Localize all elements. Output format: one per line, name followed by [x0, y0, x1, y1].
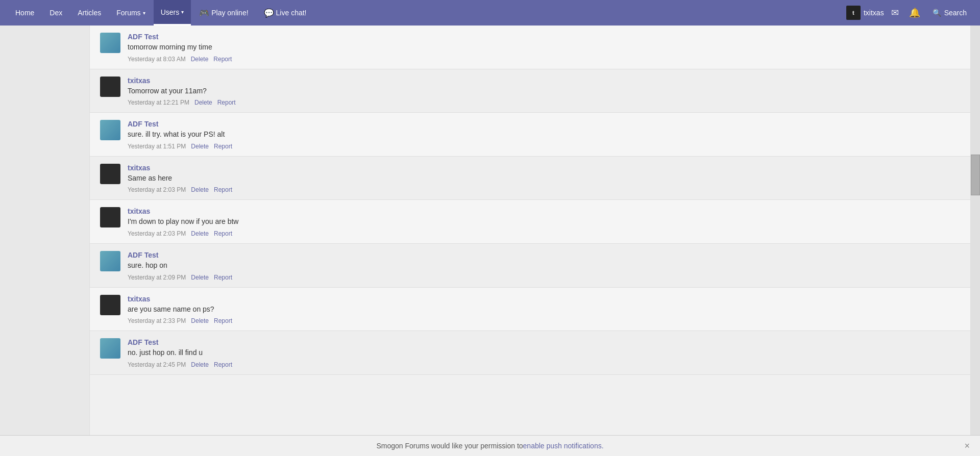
nav-right: t txitxas ✉ 🔔 🔍 Search [846, 6, 972, 20]
nav-dex[interactable]: Dex [42, 0, 69, 26]
message-username[interactable]: txitxas [128, 295, 960, 303]
list-item: txitxas Tomorrow at your 11am? Yesterday… [90, 69, 970, 113]
right-sidebar [971, 26, 980, 456]
chevron-down-icon: ▾ [143, 10, 145, 16]
list-item: txitxas I'm down to play now if you are … [90, 200, 970, 244]
message-username[interactable]: txitxas [128, 77, 960, 85]
notification-text: Smogon Forums would like your permission… [376, 442, 523, 450]
report-link[interactable]: Report [214, 274, 232, 281]
bell-icon[interactable]: 🔔 [906, 7, 923, 18]
message-body: ADF Test sure. hop on Yesterday at 2:09 … [128, 251, 960, 281]
message-meta: Yesterday at 1:51 PM Delete Report [128, 143, 960, 150]
message-username[interactable]: ADF Test [128, 338, 960, 346]
message-meta: Yesterday at 2:03 PM Delete Report [128, 230, 960, 237]
avatar [100, 33, 120, 53]
nav-home[interactable]: Home [8, 0, 41, 26]
mail-icon[interactable]: ✉ [888, 7, 902, 18]
main-wrap: ADF Test tomorrow morning my time Yester… [0, 26, 980, 456]
timestamp: Yesterday at 12:21 PM [128, 99, 189, 106]
report-link[interactable]: Report [214, 143, 232, 150]
message-text: sure. hop on [128, 261, 960, 271]
content-area: ADF Test tomorrow morning my time Yester… [89, 26, 971, 456]
avatar [100, 338, 120, 359]
avatar-text: t [852, 10, 854, 16]
avatar [100, 120, 120, 140]
message-text: sure. ill try. what is your PS! alt [128, 130, 960, 140]
delete-link[interactable]: Delete [191, 274, 209, 281]
list-item: txitxas Same as here Yesterday at 2:03 P… [90, 157, 970, 200]
message-meta: Yesterday at 2:09 PM Delete Report [128, 274, 960, 281]
message-body: txitxas I'm down to play now if you are … [128, 207, 960, 237]
message-text: I'm down to play now if you are btw [128, 217, 960, 227]
notification-bar: Smogon Forums would like your permission… [0, 435, 980, 456]
message-text: are you same name on ps? [128, 305, 960, 315]
list-item: ADF Test tomorrow morning my time Yester… [90, 26, 970, 69]
chevron-down-icon: ▾ [181, 9, 184, 15]
message-meta: Yesterday at 2:03 PM Delete Report [128, 186, 960, 193]
report-link[interactable]: Report [213, 56, 232, 63]
message-username[interactable]: txitxas [128, 164, 960, 172]
nav-play-label: Play online! [211, 9, 248, 17]
play-icon: 🎮 [199, 8, 209, 18]
delete-link[interactable]: Delete [191, 186, 209, 193]
nav-users-label: Users [161, 8, 180, 16]
nav-live-chat[interactable]: 💬 Live chat! [257, 0, 314, 26]
delete-link[interactable]: Delete [191, 230, 209, 237]
message-username[interactable]: ADF Test [128, 120, 960, 128]
close-button[interactable]: × [964, 441, 970, 450]
message-text: Tomorrow at your 11am? [128, 86, 960, 96]
avatar [100, 295, 120, 315]
scrollbar-thumb[interactable] [971, 155, 980, 195]
timestamp: Yesterday at 2:33 PM [128, 317, 186, 324]
report-link[interactable]: Report [214, 230, 232, 237]
delete-link[interactable]: Delete [191, 56, 209, 63]
delete-link[interactable]: Delete [191, 317, 209, 324]
message-username[interactable]: ADF Test [128, 251, 960, 259]
list-item: ADF Test sure. ill try. what is your PS!… [90, 113, 970, 157]
message-text: tomorrow morning my time [128, 42, 960, 53]
chat-icon: 💬 [264, 8, 274, 18]
nav-articles[interactable]: Articles [70, 0, 108, 26]
report-link[interactable]: Report [217, 99, 236, 106]
main-nav: Home Dex Articles Forums ▾ Users ▾ 🎮 Pla… [0, 0, 980, 26]
nav-forums[interactable]: Forums ▾ [109, 0, 152, 26]
message-body: ADF Test tomorrow morning my time Yester… [128, 33, 960, 63]
avatar [100, 251, 120, 271]
nav-users[interactable]: Users ▾ [154, 0, 191, 26]
scrollbar-track[interactable] [971, 26, 980, 456]
message-text: no. just hop on. ill find u [128, 348, 960, 358]
message-list: ADF Test tomorrow morning my time Yester… [90, 26, 970, 375]
report-link[interactable]: Report [214, 317, 232, 324]
search-icon: 🔍 [933, 9, 941, 17]
avatar [100, 164, 120, 184]
avatar: t [846, 6, 861, 20]
nav-username: txitxas [864, 9, 884, 17]
delete-link[interactable]: Delete [191, 361, 209, 368]
report-link[interactable]: Report [214, 361, 232, 368]
message-text: Same as here [128, 173, 960, 184]
avatar [100, 77, 120, 97]
nav-play-online[interactable]: 🎮 Play online! [192, 0, 255, 26]
search-button[interactable]: 🔍 Search [927, 9, 972, 17]
message-body: txitxas Tomorrow at your 11am? Yesterday… [128, 77, 960, 107]
search-label: Search [944, 9, 967, 17]
avatar [100, 207, 120, 227]
message-meta: Yesterday at 12:21 PM Delete Report [128, 99, 960, 106]
message-username[interactable]: ADF Test [128, 33, 960, 41]
list-item: ADF Test no. just hop on. ill find u Yes… [90, 331, 970, 375]
timestamp: Yesterday at 2:09 PM [128, 274, 186, 281]
message-meta: Yesterday at 2:45 PM Delete Report [128, 361, 960, 368]
timestamp: Yesterday at 1:51 PM [128, 143, 186, 150]
delete-link[interactable]: Delete [194, 99, 212, 106]
message-body: txitxas are you same name on ps? Yesterd… [128, 295, 960, 325]
nav-user-profile[interactable]: t txitxas [846, 6, 884, 20]
enable-notifications-link[interactable]: enable push notifications. [523, 442, 604, 450]
nav-forums-label: Forums [116, 9, 140, 17]
message-username[interactable]: txitxas [128, 207, 960, 215]
timestamp: Yesterday at 8:03 AM [128, 56, 186, 63]
message-body: txitxas Same as here Yesterday at 2:03 P… [128, 164, 960, 194]
list-item: ADF Test sure. hop on Yesterday at 2:09 … [90, 244, 970, 288]
message-body: ADF Test sure. ill try. what is your PS!… [128, 120, 960, 150]
report-link[interactable]: Report [214, 186, 232, 193]
delete-link[interactable]: Delete [191, 143, 209, 150]
